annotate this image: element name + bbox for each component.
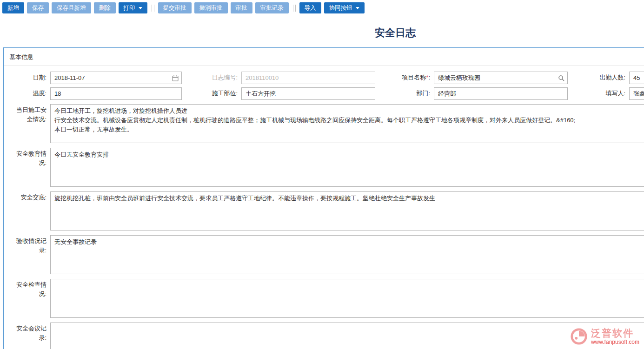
writer-label: 填写人: <box>568 89 629 98</box>
attendance-field-wrap <box>629 72 644 84</box>
safety-education-label: 安全教育情况: <box>4 148 50 167</box>
caret-down-icon <box>356 7 359 9</box>
date-field-wrap <box>50 72 182 84</box>
cancel-approval-button[interactable]: 撤消审批 <box>194 2 228 13</box>
log-no-input <box>241 72 375 84</box>
basic-info-panel: 基本信息 日期: 日志编号: 项目名称*: 出勤人数: <box>3 47 644 349</box>
toolbar-separator <box>152 5 154 12</box>
log-no-label: 日志编号: <box>182 73 241 82</box>
approval-record-button[interactable]: 审批记录 <box>255 2 289 13</box>
department-field-wrap <box>434 87 568 100</box>
textarea-row: 验收情况记录: 无安全事故记录 <box>4 235 644 274</box>
print-button[interactable]: 打印 <box>119 2 147 13</box>
temperature-input[interactable] <box>50 87 182 100</box>
import-button[interactable]: 导入 <box>299 2 321 13</box>
watermark-text: 泛普软件 www.fanpusoft.com <box>591 328 639 345</box>
daily-safety-textarea[interactable]: 今日工地开工，旋挖机进场，对旋挖机操作人员进 行安全技术交流。机械设备应贯彻定人… <box>50 104 644 143</box>
log-no-field-wrap <box>241 72 375 84</box>
writer-input[interactable] <box>629 87 644 100</box>
calendar-icon[interactable] <box>172 75 179 81</box>
safety-inspection-textarea[interactable] <box>50 279 644 318</box>
project-input[interactable] <box>434 72 568 84</box>
safety-meeting-textarea[interactable] <box>50 323 644 349</box>
form-row: 日期: 日志编号: 项目名称*: 出勤人数: <box>4 72 644 84</box>
page-title: 安全日志 <box>0 26 644 40</box>
safety-inspection-label: 安全检查情况: <box>4 279 50 298</box>
location-label: 施工部位: <box>182 89 241 98</box>
project-field-wrap <box>434 72 568 84</box>
department-label: 部门: <box>375 89 434 98</box>
daily-safety-label: 当日施工安全情况: <box>4 104 50 124</box>
safety-meeting-label: 安全会议记录: <box>4 323 50 342</box>
department-input[interactable] <box>434 87 568 100</box>
toolbar-separator <box>293 5 296 12</box>
acceptance-record-label: 验收情况记录: <box>4 235 50 255</box>
safety-education-textarea[interactable]: 今日无安全教育安排 <box>50 148 644 187</box>
save-button[interactable]: 保存 <box>27 2 49 13</box>
watermark: 泛普软件 www.fanpusoft.com <box>570 328 639 345</box>
print-button-label: 打印 <box>124 4 135 12</box>
textarea-row: 当日施工安全情况: 今日工地开工，旋挖机进场，对旋挖机操作人员进 行安全技术交流… <box>4 104 644 143</box>
approve-button[interactable]: 审批 <box>231 2 252 13</box>
textarea-row: 安全交底: 旋挖机挖孔桩，班前由安全员班前进行安全技术交流，要求员工严格遵守工地… <box>4 191 644 230</box>
attendance-input[interactable] <box>629 72 644 84</box>
acceptance-record-textarea[interactable]: 无安全事故记录 <box>50 235 644 274</box>
location-field-wrap <box>241 87 375 100</box>
date-input[interactable] <box>50 72 182 84</box>
search-icon[interactable] <box>558 75 564 81</box>
attendance-label: 出勤人数: <box>568 73 629 82</box>
textarea-row: 安全会议记录: <box>4 323 644 349</box>
page: 新增 保存 保存且新增 删除 打印 提交审批 撤消审批 审批 审批记录 导入 协… <box>0 0 644 349</box>
form-row: 温度: 施工部位: 部门: 填写人: <box>4 87 644 100</box>
collaboration-button[interactable]: 协同按钮 <box>324 2 365 13</box>
writer-field-wrap <box>629 87 644 100</box>
toolbar: 新增 保存 保存且新增 删除 打印 提交审批 撤消审批 审批 审批记录 导入 协… <box>0 0 644 16</box>
safety-disclosure-textarea[interactable]: 旋挖机挖孔桩，班前由安全员班前进行安全技术交流，要求员工严格遵守工地纪律。不能违… <box>50 191 644 230</box>
location-input[interactable] <box>241 87 375 100</box>
collaboration-button-label: 协同按钮 <box>329 4 352 12</box>
delete-button[interactable]: 删除 <box>94 2 116 13</box>
textarea-row: 安全教育情况: 今日无安全教育安排 <box>4 148 644 187</box>
project-label: 项目名称*: <box>375 73 434 82</box>
safety-disclosure-label: 安全交底: <box>4 191 50 202</box>
textarea-row: 安全检查情况: <box>4 279 644 318</box>
fanpu-logo-icon <box>570 328 588 345</box>
project-label-text: 项目名称 <box>402 74 426 81</box>
save-and-new-button[interactable]: 保存且新增 <box>52 2 91 13</box>
panel-legend: 基本信息 <box>4 48 644 66</box>
watermark-brand: 泛普软件 <box>591 328 639 338</box>
submit-approval-button[interactable]: 提交审批 <box>158 2 192 13</box>
temperature-label: 温度: <box>4 89 50 98</box>
project-label-colon: : <box>428 74 430 81</box>
caret-down-icon <box>139 7 142 9</box>
watermark-url: www.fanpusoft.com <box>591 339 639 345</box>
date-label: 日期: <box>4 73 50 82</box>
new-button[interactable]: 新增 <box>2 2 24 13</box>
temperature-field-wrap <box>50 87 182 100</box>
